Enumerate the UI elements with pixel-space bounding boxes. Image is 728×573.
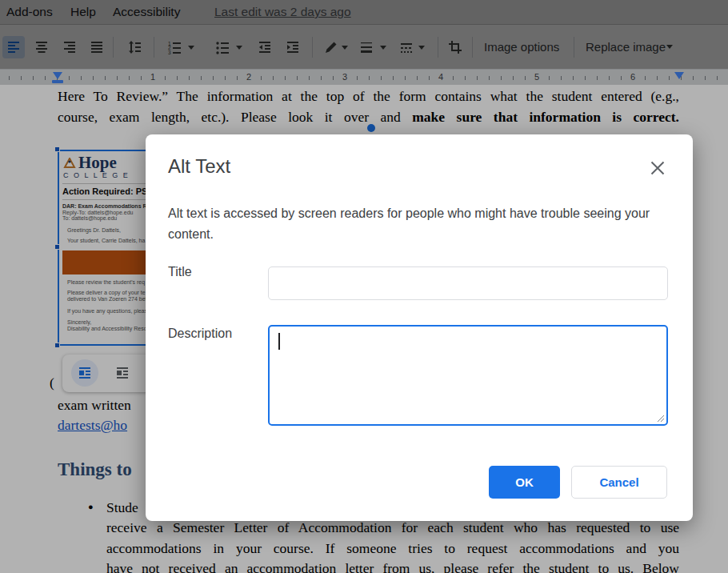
paragraph-top: Here To Review.” The information at the …: [58, 86, 679, 127]
doc-text-line: Here To Review.” The information at the …: [58, 86, 679, 107]
align-center-icon[interactable]: [30, 36, 53, 58]
ruler: 1 2 3 4 5 6: [0, 69, 728, 85]
ruler-number: 5: [532, 72, 542, 82]
toolbar-divider: [312, 37, 313, 58]
toolbar-divider: [438, 37, 438, 58]
alt-text-dialog: Alt Text Alt text is accessed by screen …: [146, 134, 693, 521]
pen-icon[interactable]: [320, 36, 342, 58]
border-weight-icon[interactable]: [355, 36, 378, 58]
bullet-glyph: ●: [88, 502, 94, 511]
image-handle-top-left[interactable]: [54, 146, 60, 152]
email-p1: Please review the student's req: [67, 279, 145, 285]
dialog-title: Alt Text: [168, 155, 230, 178]
toolbar-divider: [113, 37, 114, 58]
border-dash-icon[interactable]: [395, 36, 418, 58]
image-options-button[interactable]: Image options: [484, 39, 559, 55]
ruler-number: 1: [148, 72, 158, 82]
description-field-label: Description: [168, 327, 232, 341]
replace-image-button[interactable]: Replace image: [586, 39, 666, 55]
justify-icon[interactable]: [86, 36, 108, 58]
email-replyto: Reply-To: dattels@hope.edu: [62, 210, 133, 215]
pen-dropdown-icon[interactable]: [342, 46, 348, 50]
email-sig1: Sincerely,: [67, 319, 91, 325]
cancel-button[interactable]: Cancel: [571, 466, 667, 499]
numbered-list-icon[interactable]: 123: [163, 36, 186, 58]
menu-accessibility[interactable]: Accessibility: [113, 0, 180, 24]
ruler-number: 3: [340, 72, 350, 82]
toolbar: 123 Image options Repla: [0, 25, 728, 69]
align-right-icon[interactable]: [58, 36, 81, 58]
ruler-ticks: [9, 76, 723, 80]
title-field-label: Title: [168, 265, 192, 279]
align-left-icon[interactable]: [2, 36, 25, 58]
email-sig2: Disability and Accessibility Reso: [67, 326, 147, 331]
email-p2b: delivered to Van Zoeren 274 bet: [67, 296, 147, 302]
email-to: To: dattels@hope.edu: [62, 215, 117, 221]
description-input[interactable]: [268, 325, 668, 426]
title-input[interactable]: [268, 266, 668, 300]
numbered-list-dropdown-icon[interactable]: [188, 46, 194, 50]
border-dash-dropdown-icon[interactable]: [418, 46, 425, 50]
email-from: DAR: Exam Accommodations R: [62, 203, 147, 209]
doc-text-fragment: (: [50, 375, 54, 391]
left-margin-marker[interactable]: [52, 80, 63, 83]
right-indent-marker[interactable]: [674, 72, 684, 79]
replace-image-dropdown-icon[interactable]: [666, 45, 673, 49]
email-link[interactable]: dartests@ho: [58, 415, 127, 436]
menu-bar: Add-ons Help Accessibility Last edit was…: [0, 0, 728, 25]
toolbar-divider: [472, 37, 473, 58]
ok-button[interactable]: OK: [489, 466, 560, 499]
dialog-description-text: Alt text is accessed by screen readers f…: [168, 203, 656, 245]
ruler-number: 2: [244, 72, 254, 82]
increase-indent-icon[interactable]: [282, 36, 304, 58]
email-intro: Your student, Carrie Dattels, ha: [67, 238, 145, 243]
image-handle-mid-left[interactable]: [54, 244, 60, 250]
left-indent-marker[interactable]: [53, 72, 62, 79]
menu-help[interactable]: Help: [70, 0, 96, 24]
last-edit-link[interactable]: Last edit was 2 days ago: [214, 0, 351, 24]
image-handle-bottom-left[interactable]: [54, 343, 60, 348]
description-field-wrap: [268, 325, 668, 426]
doc-text-line: have not received an accommodation lette…: [106, 559, 679, 573]
border-weight-dropdown-icon[interactable]: [380, 46, 386, 50]
email-logo-subtitle: C O L L E G E: [63, 171, 130, 179]
doc-text-line: accommodations in your course. If someon…: [106, 539, 679, 559]
bulleted-list-dropdown-icon[interactable]: [236, 46, 242, 50]
paragraph-bottom: receive a Semester Letter of Accommodati…: [106, 518, 679, 573]
wrap-inline-icon[interactable]: [71, 359, 98, 387]
email-logo-title: Hope: [78, 153, 117, 173]
google-docs-window: Add-ons Help Accessibility Last edit was…: [0, 0, 728, 573]
close-icon[interactable]: [650, 160, 666, 176]
email-p3: If you have any questions, pleas: [67, 308, 147, 314]
line-spacing-icon[interactable]: [123, 36, 146, 58]
toolbar-divider: [574, 37, 574, 58]
crop-icon[interactable]: [444, 36, 466, 58]
email-greeting: Greetings Dr. Dattels,: [67, 227, 121, 233]
doc-text-line: Stude: [106, 498, 138, 519]
image-rotate-handle[interactable]: [367, 124, 375, 132]
hope-logo-anchor-icon: [63, 158, 76, 169]
doc-text-line: exam written: [58, 395, 131, 416]
bulleted-list-icon[interactable]: [211, 36, 234, 58]
decrease-indent-icon[interactable]: [254, 36, 276, 58]
email-p2a: Please deliver a copy of your te: [67, 290, 146, 295]
text-caret: [278, 333, 280, 350]
svg-text:3: 3: [168, 50, 171, 55]
toolbar-divider: [154, 37, 154, 58]
doc-heading: Things to: [58, 459, 132, 480]
wrap-text-icon[interactable]: [109, 359, 136, 387]
ruler-number: 4: [436, 72, 446, 82]
menu-addons[interactable]: Add-ons: [6, 0, 53, 24]
ruler-number: 6: [628, 72, 638, 82]
